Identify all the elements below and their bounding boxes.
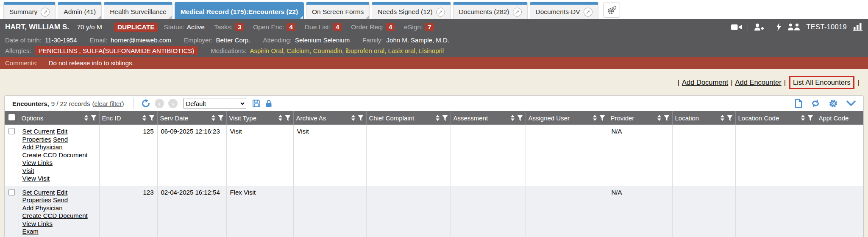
filter-funnel-icon[interactable] (91, 115, 97, 121)
grid-settings-button[interactable] (829, 99, 838, 108)
sort-icon[interactable] (801, 114, 805, 121)
refresh-button[interactable] (811, 99, 820, 108)
column-header-visit-type[interactable]: Visit Type (226, 111, 293, 125)
patients-button[interactable] (787, 23, 800, 31)
popout-icon[interactable]: ↗ (513, 8, 522, 17)
filter-funnel-icon[interactable] (149, 115, 155, 121)
option-link-view-links[interactable]: View Links (22, 220, 53, 227)
option-link-add-physician[interactable]: Add Physician (22, 143, 63, 151)
row-checkbox[interactable] (8, 189, 15, 195)
filter-funnel-icon[interactable] (285, 115, 291, 121)
option-link-exam[interactable]: Exam (22, 228, 39, 235)
row-select-cell (5, 186, 19, 237)
sort-icon[interactable] (435, 114, 440, 121)
option-link-send[interactable]: Send (53, 136, 68, 143)
option-link-set-current[interactable]: Set Current (22, 189, 55, 196)
prev-page-button[interactable]: ‹ (155, 99, 164, 108)
option-link-send[interactable]: Send (53, 196, 68, 204)
option-link-create-ccd-document[interactable]: Create CCD Document (22, 151, 88, 159)
tab-documents-282[interactable]: Documents (282)↗ (453, 2, 528, 19)
option-link-set-current[interactable]: Set Current (22, 128, 55, 135)
option-link-create-ccd-document[interactable]: Create CCD Document (22, 212, 88, 219)
column-header-enc-id[interactable]: Enc ID (99, 111, 157, 125)
column-header-location[interactable]: Location (672, 111, 735, 125)
action-link-add-document[interactable]: Add Document (682, 78, 728, 86)
popout-icon[interactable]: ↗ (436, 8, 445, 17)
duplicate-badge[interactable]: DUPLICATE (114, 22, 158, 32)
gear-icon (829, 99, 838, 108)
undo-filter-button[interactable] (141, 99, 150, 108)
counter-badge[interactable]: 4 (333, 23, 342, 31)
allergies-badge[interactable]: PENICILLINS , SULFA(SULFONAMIDE ANTIBIOT… (35, 46, 198, 55)
filter-funnel-icon[interactable] (807, 115, 813, 121)
option-link-properties[interactable]: Properties (22, 196, 51, 204)
tab-health-surveillance[interactable]: Health Surveillance (104, 2, 172, 19)
column-header-serv-date[interactable]: Serv Date (157, 111, 226, 125)
sort-icon[interactable] (278, 114, 283, 121)
filter-funnel-icon[interactable] (517, 115, 523, 121)
row-checkbox[interactable] (8, 128, 15, 134)
counter-badge[interactable]: 4 (386, 23, 395, 31)
medications-list[interactable]: Aspirin Oral, Calcium, Coumadin, ibuprof… (250, 47, 444, 54)
action-link-list-all-encounters[interactable]: List All Encounters (793, 78, 851, 86)
filter-funnel-icon[interactable] (442, 115, 448, 121)
new-document-button[interactable] (795, 99, 802, 108)
column-header-assessment[interactable]: Assessment (451, 111, 526, 125)
save-view-button[interactable] (252, 99, 261, 108)
option-link-view[interactable]: View (22, 236, 36, 237)
column-header-appt-code[interactable]: Appt Code (816, 111, 863, 125)
tab-medical-record-175-encounters-22[interactable]: Medical Record (175):Encounters (22) (175, 2, 304, 19)
tab-documents-dv[interactable]: Documents-DV↗ (530, 2, 598, 19)
action-link-add-encounter[interactable]: Add Encounter (735, 78, 781, 86)
sort-icon[interactable] (657, 114, 662, 121)
sort-icon[interactable] (720, 114, 725, 121)
column-header-assigned-user[interactable]: Assigned User (526, 111, 608, 125)
filter-funnel-icon[interactable] (664, 115, 670, 121)
column-header-chief-complaint[interactable]: Chief Complaint (366, 111, 451, 125)
counter-badge[interactable]: 7 (425, 23, 434, 31)
option-link-visit[interactable]: Visit (22, 167, 34, 174)
view-select[interactable]: Default (184, 98, 246, 109)
filter-funnel-icon[interactable] (218, 115, 224, 121)
popout-icon[interactable]: ↗ (584, 8, 593, 17)
filter-funnel-icon[interactable] (727, 115, 733, 121)
tab-summary[interactable]: Summary↗ (3, 2, 56, 19)
tab-settings-button[interactable] (603, 3, 620, 18)
tab-admin-41[interactable]: Admin (41) (58, 2, 102, 19)
lock-view-button[interactable] (265, 99, 273, 108)
sort-icon[interactable] (84, 114, 89, 121)
option-link-view-links[interactable]: View Links (22, 159, 53, 166)
column-header-location-code[interactable]: Location Code (735, 111, 816, 125)
video-visit-button[interactable] (731, 24, 742, 31)
add-person-button[interactable] (754, 23, 764, 31)
quick-action-button[interactable] (776, 23, 782, 31)
popout-icon[interactable]: ↗ (41, 8, 50, 17)
option-line: View Visit (22, 175, 96, 183)
column-header-provider[interactable]: Provider (608, 111, 672, 125)
column-label: Provider (611, 114, 657, 122)
column-header-options[interactable]: Options (19, 111, 99, 125)
collapse-panel-button[interactable] (846, 100, 856, 106)
select-all-checkbox[interactable] (8, 114, 15, 120)
sort-icon[interactable] (351, 114, 356, 121)
next-page-button[interactable]: › (168, 99, 178, 108)
clear-filter-link[interactable]: clear filter (94, 100, 122, 107)
option-link-edit[interactable]: Edit (56, 128, 67, 135)
counter-badge[interactable]: 3 (235, 23, 244, 31)
sort-icon[interactable] (211, 114, 216, 121)
option-link-add-physician[interactable]: Add Physician (22, 204, 63, 212)
chart-stats-button[interactable] (853, 23, 863, 31)
counter-badge[interactable]: 4 (287, 23, 295, 31)
sort-icon[interactable] (593, 114, 597, 121)
option-link-edit[interactable]: Edit (56, 189, 67, 196)
sort-icon[interactable] (510, 114, 515, 121)
column-header-archive-as[interactable]: Archive As (293, 111, 366, 125)
option-link-view-visit[interactable]: View Visit (22, 175, 50, 182)
filter-funnel-icon[interactable] (358, 115, 364, 121)
tab-needs-signed-12[interactable]: Needs Signed (12)↗ (372, 2, 451, 19)
tab-on-screen-forms[interactable]: On Screen Forms (306, 2, 370, 19)
sort-icon[interactable] (142, 114, 147, 121)
filter-funnel-icon[interactable] (599, 115, 605, 121)
column-label: Location (675, 114, 720, 122)
option-link-properties[interactable]: Properties (22, 136, 51, 143)
